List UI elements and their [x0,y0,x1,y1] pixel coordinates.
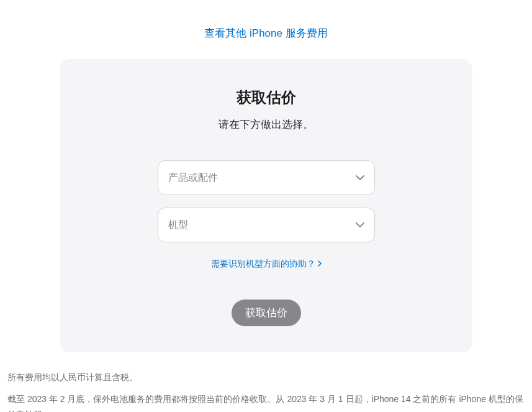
product-select-placeholder: 产品或配件 [168,172,218,185]
card-title: 获取估价 [84,88,448,108]
identify-model-help-link[interactable]: 需要识别机型方面的协助？ [211,259,322,270]
footer-line-2: 截至 2023 年 2 月底，保外电池服务的费用都将按照当前的价格收取。从 20… [7,391,525,412]
model-select-placeholder: 机型 [168,219,188,232]
help-link-text: 需要识别机型方面的协助？ [211,259,315,270]
view-other-services-link[interactable]: 查看其他 iPhone 服务费用 [6,0,526,59]
footer-notes: 所有费用均以人民币计算且含税。 截至 2023 年 2 月底，保外电池服务的费用… [6,370,526,412]
chevron-down-icon [356,222,364,227]
product-select-wrap: 产品或配件 [158,160,375,195]
chevron-down-icon [356,175,364,180]
chevron-right-icon [318,260,322,268]
model-select[interactable]: 机型 [158,208,375,242]
get-estimate-button[interactable]: 获取估价 [232,300,301,326]
card-subtitle: 请在下方做出选择。 [84,117,448,132]
footer-line-1: 所有费用均以人民币计算且含税。 [7,370,525,385]
estimate-card: 获取估价 请在下方做出选择。 产品或配件 机型 需要识别机型方面的协助？ [60,59,472,352]
product-select[interactable]: 产品或配件 [158,160,375,195]
model-select-wrap: 机型 [158,208,375,242]
footer-line-2-part1: 截至 2023 年 2 月底，保外电池服务的费用都将按照当前的价格收取。从 20… [7,394,523,412]
